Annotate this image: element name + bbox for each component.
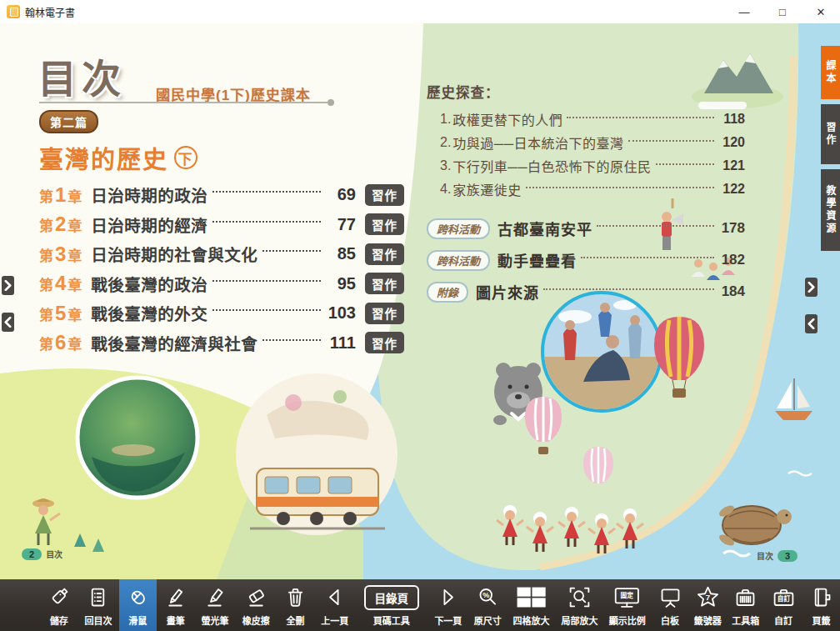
chapter-label: 第1章 [39,183,82,207]
explore-item-page: 118 [718,112,745,127]
tool-label: 上一頁 [321,613,348,627]
minimize-button[interactable]: — [725,0,763,23]
tool-toolbox[interactable]: 工具箱 [727,579,764,631]
activity-page: 178 [718,220,745,237]
tool-ratio[interactable]: 固定顯示比例 [603,579,651,631]
tool-orig-size[interactable]: %原尺寸 [469,579,507,631]
tab-teaching-resources[interactable]: 教學資源 [821,169,840,251]
tool-partial-zoom[interactable]: 局部放大 [556,579,603,631]
tool-prev-page[interactable]: 上一頁 [314,579,355,631]
activity-title: 動手疊疊看 [498,249,577,271]
tool-whiteboard[interactable]: 白板 [651,579,688,631]
tool-page-tab[interactable]: 頁籤 [802,579,840,631]
nav-prev-left-edge[interactable] [2,313,14,332]
titlebar: 翰林電子書 — □ ✕ [0,0,840,23]
dotted-leader [628,140,714,142]
tool-save[interactable]: 儲存 [40,579,78,631]
explore-heading: 歷史探查： [427,82,745,102]
chapter-number: 6 [53,331,68,354]
activity-tag: 跨科活動 [427,250,490,271]
explore-item-page: 122 [718,182,745,197]
tool-next-page[interactable]: 下一頁 [428,579,468,631]
page-footer-label: 目次 [46,548,62,560]
tool-eraser[interactable]: 橡皮擦 [236,579,277,631]
explore-item-page: 121 [718,158,745,173]
activity-row[interactable]: 跨科活動古都臺南安平178 [427,213,745,244]
svg-text:自訂: 自訂 [777,594,790,603]
tool-mouse[interactable]: 滑鼠 [119,579,157,631]
activity-row[interactable]: 附錄圖片來源184 [427,276,745,308]
workbook-badge[interactable]: 習作 [365,184,404,206]
whiteboard-icon [658,584,682,611]
maximize-button[interactable]: □ [763,0,802,23]
workbook-badge[interactable]: 習作 [365,273,404,294]
tool-page-tool[interactable]: 目錄頁頁碼工具 [356,579,428,631]
book-tab-icon [809,584,833,611]
explore-item-title: 政權更替下的人們 [452,109,562,129]
chapter-label: 第5章 [39,302,82,325]
explore-item-number: 4. [440,182,451,197]
monitor-icon: 固定 [613,584,641,611]
svg-text:%: % [482,591,489,599]
illustration-train [236,373,398,535]
explore-row[interactable]: 2.功與過──日本統治下的臺灣120 [427,131,745,154]
divider-line [39,102,331,103]
tool-label: 回目次 [84,613,112,627]
activity-row[interactable]: 跨科活動動手疊疊看182 [427,244,745,276]
tool-delete-all[interactable]: 全刪 [277,579,314,631]
chapter-row[interactable]: 第6章戰後臺灣的經濟與社會111習作 [39,328,404,358]
explore-item-title: 家族遷徙史 [452,179,522,199]
chapter-page-number: 95 [326,274,356,293]
chapter-number: 3 [53,243,68,266]
explore-item-page: 120 [718,135,745,150]
nav-next-left-edge[interactable] [2,276,14,295]
dotted-leader [597,225,714,227]
chapter-row[interactable]: 第2章日治時期的經濟77習作 [39,210,404,240]
tool-number-picker[interactable]: 7籤號器 [689,579,727,631]
explore-row[interactable]: 4.家族遷徙史122 [427,178,745,201]
tool-label: 儲存 [50,613,68,627]
tool-label: 螢光筆 [201,613,228,627]
tab-textbook[interactable]: 課本 [821,46,840,99]
tool-toc[interactable]: 回目次 [78,579,118,631]
dotted-leader [262,339,321,341]
chapter-row[interactable]: 第3章日治時期的社會與文化85習作 [39,239,404,269]
page-number-pill: 3 [778,550,798,562]
chapter-row[interactable]: 第4章戰後臺灣的政治95習作 [39,269,404,299]
svg-text:7: 7 [706,593,710,602]
section-title: 臺灣的歷史 下 [39,140,198,175]
dotted-leader [526,187,714,188]
app-window: 翰林電子書 — □ ✕ [0,0,840,631]
dotted-leader [567,117,714,118]
chapter-row[interactable]: 第5章戰後臺灣的外交103習作 [39,298,404,328]
workbook-badge[interactable]: 習作 [365,243,404,265]
chapter-title: 日治時期的經濟 [91,213,208,237]
tool-label: 畫筆 [167,613,185,627]
chapter-title: 日治時期的社會與文化 [91,242,258,266]
tool-four-grid[interactable]: 四格放大 [507,579,556,631]
explore-row[interactable]: 1.政權更替下的人們118 [427,108,745,131]
nav-next-right-edge[interactable] [805,278,818,297]
tool-pen[interactable]: 畫筆 [157,579,194,631]
chapter-row[interactable]: 第1章日治時期的政治69習作 [39,180,404,210]
tool-custom[interactable]: 自訂自訂 [764,579,802,631]
workbook-badge[interactable]: 習作 [365,303,404,324]
tool-highlighter[interactable]: 螢光筆 [194,579,235,631]
nav-prev-right-edge[interactable] [805,314,818,333]
workbook-badge[interactable]: 習作 [365,332,404,353]
chapter-suffix: 章 [68,214,82,235]
tool-label: 自訂 [774,613,792,627]
tab-workbook[interactable]: 習作 [821,104,840,164]
workbook-badge[interactable]: 習作 [365,213,404,235]
tool-label: 頁碼工具 [373,613,410,627]
chapter-page-number: 111 [326,333,356,353]
activity-page: 182 [718,252,745,268]
close-button[interactable]: ✕ [802,0,840,23]
page-footer-label: 目次 [757,549,773,562]
app-title: 翰林電子書 [25,5,75,19]
briefcase-text-icon: 自訂 [772,584,796,611]
explore-row[interactable]: 3.下行列車──白色恐怖下的原住民121 [427,154,745,178]
activity-title: 古都臺南安平 [498,218,592,239]
left-page: 目次 國民中學(1下)歷史課本 第二篇 臺灣的歷史 下 第1章日治時期的政治69… [38,47,412,104]
chapter-suffix: 章 [68,273,82,294]
